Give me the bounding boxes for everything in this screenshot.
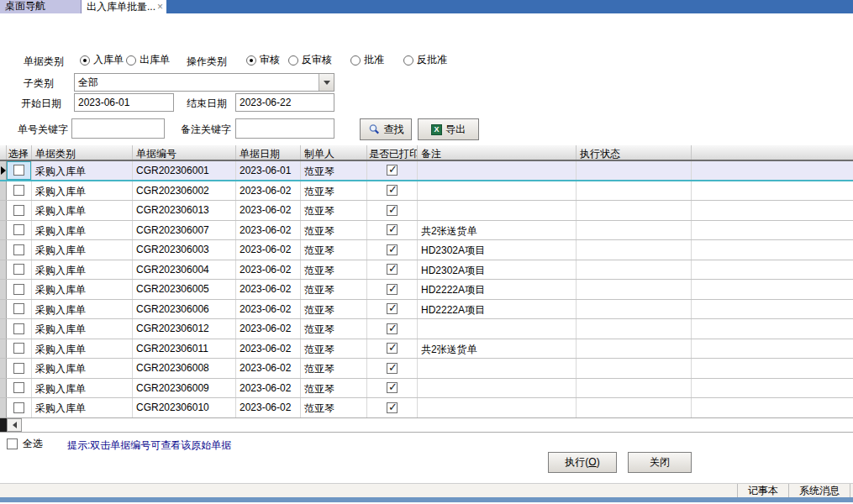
table-row[interactable]: 采购入库单 CGR202306013 2023-06-02 范亚琴 [0, 201, 853, 221]
doc-date-cell: 2023-06-02 [236, 221, 301, 240]
dropdown-button[interactable] [319, 74, 334, 91]
table-row[interactable]: 采购入库单 CGR202306005 2023-06-02 范亚琴 HD2222… [0, 280, 853, 300]
row-select-checkbox[interactable] [13, 264, 24, 275]
select-all-checkbox[interactable] [7, 438, 18, 449]
radio-audit[interactable]: 审核 [246, 54, 280, 66]
printed-checkbox[interactable] [387, 382, 398, 393]
scroll-left-button[interactable] [7, 418, 22, 432]
printed-checkbox[interactable] [387, 323, 398, 334]
printed-checkbox[interactable] [387, 244, 398, 255]
col-header-select[interactable]: 选择 [7, 145, 32, 160]
printed-checkbox[interactable] [387, 343, 398, 354]
row-select-checkbox[interactable] [13, 185, 24, 196]
radio-inbound[interactable]: 入库单 [80, 54, 124, 66]
scrollbar-track[interactable] [22, 418, 853, 432]
table-row[interactable]: 采购入库单 CGR202306006 2023-06-02 范亚琴 HD2222… [0, 300, 853, 320]
row-select-checkbox[interactable] [13, 165, 24, 176]
doc-no-keyword-input[interactable] [71, 118, 165, 139]
doc-no-cell[interactable]: CGR202306008 [133, 359, 236, 378]
arrow-left-icon [13, 422, 17, 428]
table-row[interactable]: 采购入库单 CGR202306007 2023-06-02 范亚琴 共2张送货单 [0, 221, 853, 241]
doc-no-cell[interactable]: CGR202306013 [133, 201, 236, 220]
table-row[interactable]: 采购入库单 CGR202306008 2023-06-02 范亚琴 [0, 359, 853, 379]
status-item-notepad[interactable]: 记事本 [737, 484, 788, 497]
radio-approve[interactable]: 批准 [350, 54, 384, 66]
doc-no-cell[interactable]: CGR202306005 [133, 280, 236, 299]
row-select-cell [7, 300, 32, 319]
radio-outbound[interactable]: 出库单 [126, 54, 170, 66]
printed-checkbox[interactable] [387, 363, 398, 374]
row-select-checkbox[interactable] [13, 303, 24, 314]
search-icon [368, 123, 381, 135]
radio-unaudit[interactable]: 反审核 [288, 54, 332, 66]
doc-no-cell[interactable]: CGR202306010 [133, 398, 236, 417]
horizontal-scrollbar[interactable] [0, 417, 853, 433]
table-row[interactable]: 采购入库单 CGR202306003 2023-06-02 范亚琴 HD2302… [0, 240, 853, 260]
col-header-doc-date[interactable]: 单据日期 [236, 145, 301, 160]
doc-no-cell[interactable]: CGR202306002 [133, 181, 236, 201]
table-row[interactable]: 采购入库单 CGR202306011 2023-06-02 范亚琴 共2张送货单 [0, 339, 853, 360]
printed-checkbox[interactable] [387, 185, 398, 196]
find-button[interactable]: 查找 [360, 118, 412, 140]
close-icon[interactable]: × [157, 2, 163, 12]
row-select-checkbox[interactable] [13, 284, 24, 295]
col-header-remark[interactable]: 备注 [418, 145, 577, 160]
doc-date-cell: 2023-06-02 [236, 300, 301, 319]
execute-button[interactable]: 执行(O) [548, 452, 617, 473]
doc-no-cell[interactable]: CGR202306004 [133, 260, 236, 280]
grid-body: 采购入库单 CGR202306001 2023-06-01 范亚琴 采购入库单 … [0, 161, 853, 418]
printed-checkbox[interactable] [387, 303, 398, 314]
row-header-cell [0, 240, 7, 260]
start-date-input[interactable] [74, 93, 174, 112]
col-header-exec-status[interactable]: 执行状态 [577, 145, 692, 160]
col-header-maker[interactable]: 制单人 [301, 145, 367, 160]
row-select-checkbox[interactable] [13, 205, 24, 216]
doc-no-cell[interactable]: CGR202306009 [133, 379, 236, 398]
export-button[interactable]: X 导出 [418, 118, 479, 140]
doc-no-cell[interactable]: CGR202306003 [133, 240, 236, 260]
table-row[interactable]: 采购入库单 CGR202306001 2023-06-01 范亚琴 [0, 161, 853, 181]
row-select-checkbox[interactable] [13, 224, 24, 235]
row-select-checkbox[interactable] [13, 343, 24, 354]
table-row[interactable]: 采购入库单 CGR202306012 2023-06-02 范亚琴 [0, 319, 853, 339]
row-select-checkbox[interactable] [13, 402, 24, 413]
tab-desktop-nav[interactable]: 桌面导航 [0, 0, 82, 13]
sub-category-select[interactable]: 全部 [74, 73, 334, 92]
maker-cell: 范亚琴 [301, 398, 367, 417]
doc-no-cell[interactable]: CGR202306012 [133, 319, 236, 339]
remark-cell: HD2222A项目 [418, 300, 577, 319]
row-header-cell [0, 201, 7, 220]
end-date-input[interactable] [235, 93, 334, 112]
remark-cell: 共2张送货单 [418, 339, 577, 359]
doc-type-cell: 采购入库单 [32, 260, 133, 280]
table-row[interactable]: 采购入库单 CGR202306009 2023-06-02 范亚琴 [0, 379, 853, 399]
row-header-cell [0, 260, 7, 280]
close-button[interactable]: 关闭 [628, 452, 692, 473]
col-header-printed[interactable]: 是否已打印 [367, 145, 418, 160]
table-row[interactable]: 采购入库单 CGR202306004 2023-06-02 范亚琴 HD2302… [0, 260, 853, 281]
row-select-checkbox[interactable] [13, 363, 24, 374]
status-item-system-message[interactable]: 系统消息 [788, 484, 850, 497]
remark-keyword-input[interactable] [235, 118, 334, 139]
select-all[interactable]: 全选 [7, 437, 43, 450]
row-select-checkbox[interactable] [13, 244, 24, 255]
printed-checkbox[interactable] [387, 402, 398, 413]
doc-no-cell[interactable]: CGR202306007 [133, 221, 236, 240]
printed-checkbox[interactable] [387, 165, 398, 176]
printed-checkbox[interactable] [387, 284, 398, 295]
row-select-checkbox[interactable] [13, 323, 24, 334]
radio-unapprove[interactable]: 反批准 [403, 54, 447, 66]
printed-checkbox[interactable] [387, 205, 398, 216]
doc-no-cell[interactable]: CGR202306006 [133, 300, 236, 319]
tab-batch-docs[interactable]: 出入库单批量... × [82, 0, 166, 13]
table-row[interactable]: 采购入库单 CGR202306002 2023-06-02 范亚琴 [0, 181, 853, 202]
printed-checkbox[interactable] [387, 264, 398, 275]
col-header-doc-no[interactable]: 单据编号 [133, 145, 236, 160]
row-select-checkbox[interactable] [13, 382, 24, 393]
doc-no-cell[interactable]: CGR202306011 [133, 339, 236, 359]
row-filler-cell [692, 181, 853, 201]
printed-checkbox[interactable] [387, 224, 398, 235]
table-row[interactable]: 采购入库单 CGR202306010 2023-06-02 范亚琴 [0, 398, 853, 418]
col-header-doc-type[interactable]: 单据类别 [32, 145, 133, 160]
doc-no-cell[interactable]: CGR202306001 [133, 161, 236, 180]
